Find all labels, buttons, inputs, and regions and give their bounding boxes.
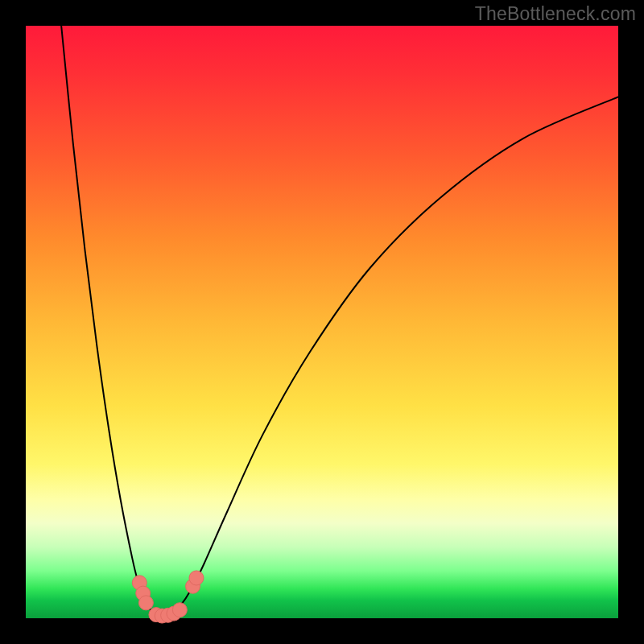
data-marker (138, 596, 153, 610)
marker-group (132, 571, 204, 623)
curve-layer (26, 26, 618, 618)
curve-right (168, 97, 618, 618)
branding-text: TheBottleneck.com (475, 3, 636, 25)
plot-area (26, 26, 618, 618)
data-marker (189, 571, 204, 585)
data-marker (172, 603, 187, 617)
chart-frame: TheBottleneck.com (0, 0, 644, 644)
curve-left (61, 26, 162, 618)
